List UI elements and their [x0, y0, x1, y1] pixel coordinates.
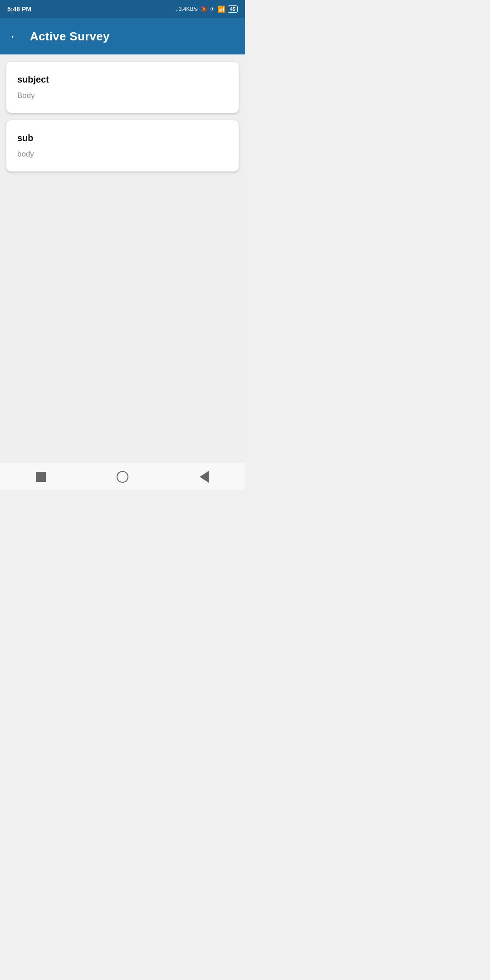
content-area: subject Body sub body [0, 54, 245, 463]
survey-card-2-body: body [17, 150, 228, 159]
home-icon [117, 471, 128, 483]
survey-card-1-body: Body [17, 91, 228, 100]
battery-badge: 45 [228, 5, 238, 13]
back-nav-button[interactable] [191, 468, 218, 486]
survey-card-2-title: sub [17, 133, 228, 143]
status-bar: 5:48 PM ...3.4KB/s 🔕 ✈ 📶 45 [0, 0, 245, 18]
page-title: Active Survey [30, 29, 110, 44]
home-button[interactable] [109, 468, 136, 486]
app-bar: ← Active Survey [0, 18, 245, 54]
status-bar-right: ...3.4KB/s 🔕 ✈ 📶 45 [174, 5, 238, 13]
back-button[interactable]: ← [9, 29, 21, 44]
status-time: 5:48 PM [7, 5, 31, 13]
survey-card-1[interactable]: subject Body [6, 62, 239, 113]
mute-icon: 🔕 [201, 6, 207, 12]
signal-text: ...3.4KB/s [174, 6, 198, 12]
airplane-icon: ✈ [210, 6, 215, 12]
recent-apps-button[interactable] [27, 468, 54, 486]
survey-card-1-title: subject [17, 74, 228, 85]
wifi-icon: 📶 [217, 5, 225, 13]
survey-card-2[interactable]: sub body [6, 120, 239, 172]
back-nav-icon [200, 471, 209, 483]
nav-bar [0, 463, 245, 490]
recent-apps-icon [36, 472, 46, 482]
